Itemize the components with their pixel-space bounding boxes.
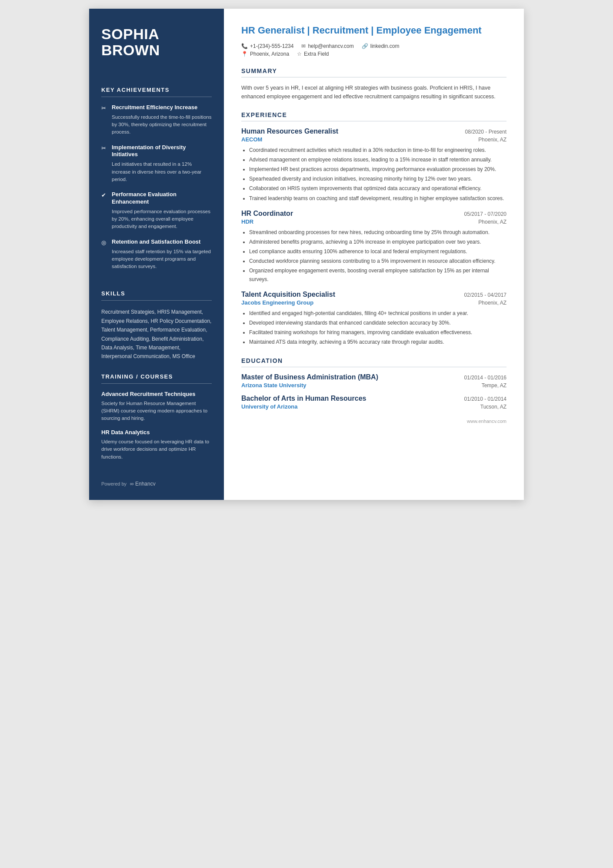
- powered-by-label: Powered by: [101, 481, 127, 486]
- edu-school-2: University of Arizona: [241, 403, 298, 410]
- achievement-icon-4: ◎: [101, 239, 108, 246]
- achievement-item: ✔ Performance Evaluation Enhancement Imp…: [101, 191, 212, 231]
- job-company-3: Jacobs Engineering Group: [241, 299, 313, 306]
- bullet: Collaborated on HRIS system improvements…: [249, 184, 506, 193]
- bullet: Streamlined onboarding processes for new…: [249, 228, 506, 237]
- contact-phone: 📞 +1-(234)-555-1234: [241, 43, 293, 49]
- experience-divider: [241, 121, 506, 121]
- contact-extra: ☆ Extra Field: [297, 51, 329, 57]
- achievement-icon-3: ✔: [101, 192, 108, 198]
- bullet: Organized employee engagement events, bo…: [249, 267, 506, 283]
- achievement-icon-1: ✂: [101, 105, 108, 111]
- job-title-2: HR Coordinator: [241, 210, 293, 218]
- achievement-desc-2: Led initiatives that resulted in a 12% i…: [101, 161, 212, 183]
- bullet: Advised management on employee relations…: [249, 156, 506, 164]
- training-title-1: Advanced Recruitment Techniques: [101, 391, 212, 398]
- sidebar-footer: Powered by ∞ Enhancv: [101, 468, 212, 487]
- training-desc-1: Society for Human Resource Management (S…: [101, 400, 212, 422]
- edu-location-2: Tucson, AZ: [480, 404, 506, 410]
- training-item-2: HR Data Analytics Udemy course focused o…: [101, 429, 212, 461]
- job-bullets-3: Identified and engaged high-potential ca…: [241, 309, 506, 347]
- edu-degree-2: Bachelor of Arts in Human Resources: [241, 395, 366, 402]
- email-icon: ✉: [301, 43, 306, 49]
- link-icon: 🔗: [362, 43, 368, 49]
- skills-section-title: SKILLS: [101, 290, 212, 297]
- training-section-title: TRAINING / COURSES: [101, 373, 212, 380]
- candidate-name: SOPHIA BROWN: [101, 26, 212, 59]
- job-location-1: Phoenix, AZ: [478, 137, 506, 143]
- achievement-desc-1: Successfully reduced the time-to-fill po…: [101, 114, 212, 136]
- job-dates-1: 08/2020 - Present: [465, 129, 506, 135]
- achievement-title-2: Implementation of Diversity Initiatives: [112, 144, 212, 159]
- location-icon: 📍: [241, 51, 248, 57]
- summary-section-title: SUMMARY: [241, 67, 506, 74]
- education-section-title: EDUCATION: [241, 357, 506, 364]
- job-title-1: Human Resources Generalist: [241, 127, 338, 135]
- achievement-icon-2: ✂: [101, 145, 108, 151]
- bullet: Spearheaded diversity and inclusion init…: [249, 175, 506, 183]
- job-dates-3: 02/2015 - 04/2017: [464, 292, 506, 298]
- job-entry-2: HR Coordinator 05/2017 - 07/2020 HDR Pho…: [241, 210, 506, 284]
- job-company-2: HDR: [241, 218, 253, 225]
- bullet: Coordinated recruitment activities which…: [249, 146, 506, 154]
- achievements-section-title: KEY ACHIEVEMENTS: [101, 87, 212, 93]
- skills-text: Recruitment Strategies, HRIS Management,…: [101, 308, 212, 361]
- training-title-2: HR Data Analytics: [101, 429, 212, 436]
- resume-wrapper: SOPHIA BROWN KEY ACHIEVEMENTS ✂ Recruitm…: [89, 9, 524, 500]
- achievement-desc-4: Increased staff retention by 15% via tar…: [101, 248, 212, 271]
- achievement-title-1: Recruitment Efficiency Increase: [112, 104, 197, 111]
- job-location-3: Phoenix, AZ: [478, 300, 506, 306]
- achievement-title-3: Performance Evaluation Enhancement: [112, 191, 212, 206]
- main-content: HR Generalist | Recruitment | Employee E…: [224, 9, 524, 500]
- main-footer: www.enhancv.com: [241, 419, 506, 424]
- contact-row: 📞 +1-(234)-555-1234 ✉ help@enhancv.com 🔗…: [241, 43, 506, 49]
- sidebar: SOPHIA BROWN KEY ACHIEVEMENTS ✂ Recruitm…: [89, 9, 224, 500]
- bullet: Identified and engaged high-potential ca…: [249, 309, 506, 318]
- education-entry-1: Master of Business Administration (MBA) …: [241, 373, 506, 389]
- achievement-item: ✂ Implementation of Diversity Initiative…: [101, 144, 212, 184]
- bullet: Administered benefits programs, achievin…: [249, 238, 506, 246]
- phone-icon: 📞: [241, 43, 248, 49]
- achievement-title-4: Retention and Satisfaction Boost: [112, 238, 200, 246]
- skills-divider: [101, 300, 212, 301]
- summary-text: With over 5 years in HR, I excel at alig…: [241, 84, 506, 101]
- bullet: Developed interviewing standards that en…: [249, 319, 506, 327]
- bullet: Conducted workforce planning sessions co…: [249, 257, 506, 265]
- edu-location-1: Tempe, AZ: [482, 382, 506, 389]
- contact-email: ✉ help@enhancv.com: [301, 43, 353, 49]
- achievement-item: ✂ Recruitment Efficiency Increase Succes…: [101, 104, 212, 136]
- job-entry-1: Human Resources Generalist 08/2020 - Pre…: [241, 127, 506, 203]
- star-icon: ☆: [297, 51, 302, 57]
- job-bullets-1: Coordinated recruitment activities which…: [241, 146, 506, 203]
- summary-divider: [241, 77, 506, 77]
- bullet: Maintained ATS data integrity, achieving…: [249, 338, 506, 346]
- job-company-1: AECOM: [241, 136, 262, 143]
- job-entry-3: Talent Acquisition Specialist 02/2015 - …: [241, 291, 506, 347]
- job-dates-2: 05/2017 - 07/2020: [464, 211, 506, 217]
- edu-school-1: Arizona State University: [241, 382, 306, 389]
- training-divider: [101, 383, 212, 384]
- bullet: Facilitated training workshops for hirin…: [249, 328, 506, 337]
- achievement-desc-3: Improved performance evaluation processe…: [101, 208, 212, 231]
- experience-section-title: EXPERIENCE: [241, 111, 506, 118]
- job-location-2: Phoenix, AZ: [478, 219, 506, 225]
- job-title-3: Talent Acquisition Specialist: [241, 291, 335, 298]
- bullet: Led compliance audits ensuring 100% adhe…: [249, 248, 506, 256]
- bullet: Implemented HR best practices across dep…: [249, 165, 506, 174]
- education-divider: [241, 367, 506, 367]
- bullet: Trained leadership teams on coaching and…: [249, 194, 506, 203]
- edu-degree-1: Master of Business Administration (MBA): [241, 373, 378, 381]
- resume-headline: HR Generalist | Recruitment | Employee E…: [241, 24, 506, 37]
- training-item-1: Advanced Recruitment Techniques Society …: [101, 391, 212, 422]
- training-desc-2: Udemy course focused on leveraging HR da…: [101, 438, 212, 461]
- edu-dates-1: 01/2014 - 01/2016: [464, 375, 506, 381]
- job-bullets-2: Streamlined onboarding processes for new…: [241, 228, 506, 284]
- achievement-item: ◎ Retention and Satisfaction Boost Incre…: [101, 238, 212, 271]
- contact-location: 📍 Phoenix, Arizona: [241, 51, 289, 57]
- edu-dates-2: 01/2010 - 01/2014: [464, 396, 506, 402]
- achievements-divider: [101, 97, 212, 97]
- enhancv-logo: ∞ Enhancv: [130, 481, 156, 487]
- education-entry-2: Bachelor of Arts in Human Resources 01/2…: [241, 395, 506, 410]
- contact-website: 🔗 linkedin.com: [362, 43, 400, 49]
- contact-row-2: 📍 Phoenix, Arizona ☆ Extra Field: [241, 51, 506, 57]
